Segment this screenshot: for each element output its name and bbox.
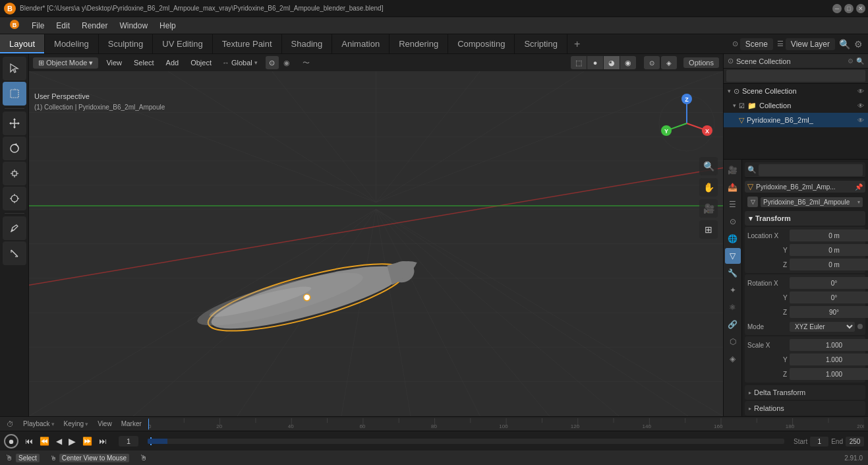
search-button[interactable]: 🔍 <box>839 39 850 49</box>
record-button[interactable]: ⏺ <box>4 434 18 449</box>
tab-layout[interactable]: Layout <box>0 34 45 53</box>
jump-start-button[interactable]: ⏮ <box>22 435 36 447</box>
outliner-item-pyridoxine[interactable]: ▾ ▽ Pyridoxine_B6_2ml_ 👁 <box>724 113 868 127</box>
menu-blender[interactable]: B <box>4 18 25 33</box>
proportional-falloff[interactable]: 〜 <box>300 56 313 69</box>
cursor-tool[interactable] <box>3 57 26 80</box>
zoom-in-control[interactable]: 🔍 <box>699 157 718 175</box>
tab-sculpting[interactable]: Sculpting <box>99 34 153 53</box>
prop-tab-constraints[interactable]: 🔗 <box>725 317 741 332</box>
obj-visibility[interactable]: 👁 <box>857 117 864 124</box>
end-frame[interactable]: 250 <box>846 437 864 447</box>
menu-file[interactable]: File <box>26 20 49 32</box>
tab-animation[interactable]: Animation <box>332 34 390 53</box>
pin-button[interactable]: 📌 <box>855 183 863 191</box>
prop-tab-object-data[interactable]: ⬡ <box>725 334 741 350</box>
solid-shading[interactable]: ● <box>587 56 603 69</box>
rotation-x-field[interactable] <box>790 277 868 289</box>
transform-space[interactable]: ↔ Global ▾ <box>222 59 258 67</box>
transform-header[interactable]: ▾ Transform <box>745 211 865 226</box>
tab-rendering[interactable]: Rendering <box>390 34 448 53</box>
relations-section[interactable]: ▸ Relations <box>745 401 865 416</box>
tab-uv-editing[interactable]: UV Editing <box>153 34 212 53</box>
outliner-filter[interactable]: ⚙ <box>848 57 854 65</box>
object-menu[interactable]: Object <box>187 57 216 68</box>
rotation-mode-select[interactable]: XYZ Euler XZY Euler YXZ Euler Quaternion <box>790 322 855 332</box>
outliner-search-input[interactable] <box>726 70 865 82</box>
overlay-toggle[interactable]: ⊙ <box>644 56 660 69</box>
outliner-item-collection[interactable]: ▾ ☑ 📁 Collection 👁 <box>724 98 868 113</box>
location-y-field[interactable] <box>790 244 868 256</box>
rotation-z-field[interactable] <box>790 306 868 318</box>
menu-render[interactable]: Render <box>76 20 113 32</box>
tab-scripting[interactable]: Scripting <box>515 34 567 53</box>
current-frame-display[interactable]: 1 <box>119 436 138 447</box>
property-search-input[interactable] <box>759 164 863 176</box>
object-mode-dropdown[interactable]: ⊞ Object Mode ▾ <box>33 57 98 69</box>
play-button[interactable]: ▶ <box>66 435 78 448</box>
marker-menu[interactable]: Marker <box>119 420 144 427</box>
view-layer-switcher[interactable]: ☰ View Layer <box>777 38 835 50</box>
maximize-button[interactable]: □ <box>844 4 854 13</box>
collection-visibility[interactable]: 👁 <box>857 102 864 109</box>
material-shading[interactable]: ◕ <box>604 56 620 69</box>
step-back-button[interactable]: ⏪ <box>37 435 52 447</box>
prop-tab-modifier[interactable]: 🔧 <box>725 265 741 281</box>
object-name-field[interactable] <box>756 183 852 191</box>
start-frame[interactable]: 1 <box>810 437 828 447</box>
timeline-track[interactable] <box>148 439 784 444</box>
menu-window[interactable]: Window <box>114 20 153 32</box>
prop-tab-material[interactable]: ◈ <box>725 351 741 367</box>
snap-toggle[interactable]: ⊙ <box>266 56 279 69</box>
rotation-y-field[interactable] <box>790 292 868 303</box>
navigation-gizmo[interactable]: Z X Y <box>657 94 716 154</box>
scale-y-field[interactable] <box>790 354 868 365</box>
step-forward-button[interactable]: ⏩ <box>80 435 95 447</box>
prop-tab-physics[interactable]: ⚛ <box>725 299 741 315</box>
tab-modeling[interactable]: Modeling <box>45 34 99 53</box>
wireframe-shading[interactable]: ⬚ <box>571 56 587 69</box>
keying-menu[interactable]: Keying ▾ <box>61 420 92 427</box>
minimize-button[interactable]: ─ <box>832 4 842 13</box>
scale-x-field[interactable] <box>790 339 868 351</box>
close-button[interactable]: ✕ <box>856 4 865 13</box>
rendered-shading[interactable]: ◉ <box>620 56 636 69</box>
menu-help[interactable]: Help <box>154 20 181 32</box>
object-link-field[interactable]: Pyridoxine_B6_2ml_Ampoule ▾ <box>761 197 863 207</box>
add-workspace-button[interactable]: + <box>567 34 587 53</box>
tab-compositing[interactable]: Compositing <box>448 34 515 53</box>
prop-tab-scene[interactable]: ⊙ <box>725 214 741 230</box>
delta-transform-section[interactable]: ▸ Delta Transform <box>745 385 865 400</box>
move-tool[interactable] <box>3 111 26 135</box>
tab-texture-paint[interactable]: Texture Paint <box>213 34 282 53</box>
play-reverse-button[interactable]: ◀ <box>53 435 65 447</box>
scale-tool[interactable] <box>3 162 26 185</box>
outliner-item-scene-collection[interactable]: ▾ ⊙ Scene Collection 👁 <box>724 84 868 98</box>
prop-tab-particles[interactable]: ✦ <box>725 282 741 298</box>
rotate-tool[interactable] <box>3 137 26 160</box>
outliner-search-toggle[interactable]: 🔍 <box>856 57 864 65</box>
prop-tab-object[interactable]: ▽ <box>725 248 741 264</box>
menu-edit[interactable]: Edit <box>51 20 75 32</box>
select-tool[interactable] <box>3 82 26 106</box>
location-z-field[interactable] <box>790 259 868 270</box>
prop-tab-view-layer[interactable]: ☰ <box>725 197 741 212</box>
tab-shading[interactable]: Shading <box>282 34 333 53</box>
pan-control[interactable]: ✋ <box>699 178 718 197</box>
render-region-control[interactable]: ⊞ <box>699 220 718 239</box>
xray-toggle[interactable]: ◈ <box>661 56 677 69</box>
view-menu[interactable]: View <box>102 57 126 68</box>
scale-z-field[interactable] <box>790 368 868 380</box>
scene-switcher[interactable]: ⊙ Scene <box>732 38 773 50</box>
proportional-editing[interactable]: ◉ <box>280 56 293 69</box>
camera-control[interactable]: 🎥 <box>699 199 718 218</box>
location-x-field[interactable] <box>790 230 868 241</box>
playback-menu[interactable]: Playback ▾ <box>20 420 57 427</box>
prop-tab-render[interactable]: 🎥 <box>725 162 741 178</box>
measure-tool[interactable] <box>3 241 26 265</box>
jump-end-button[interactable]: ⏭ <box>96 435 109 447</box>
viewport-3d[interactable]: ⊞ Object Mode ▾ View Select Add Object ↔… <box>29 54 723 416</box>
select-menu[interactable]: Select <box>130 57 158 68</box>
collection-checkbox[interactable]: ☑ <box>739 102 745 109</box>
prop-tab-world[interactable]: 🌐 <box>725 231 741 247</box>
